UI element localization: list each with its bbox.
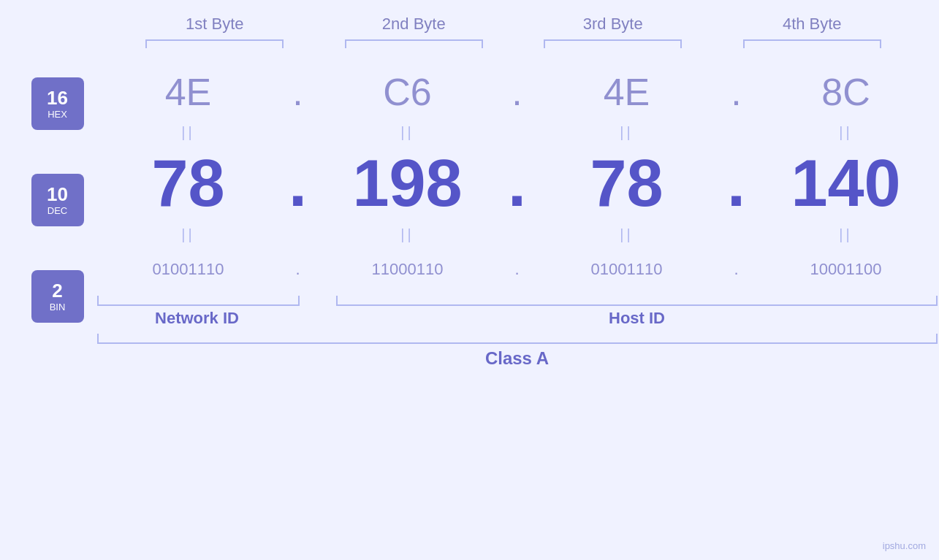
top-bracket-1 — [134, 39, 297, 48]
class-bracket — [97, 334, 938, 344]
top-bracket-4 — [731, 39, 894, 48]
bin-row: 01001110 . 11000110 . 01001110 . 1000110… — [97, 245, 938, 293]
dec-badge-label: DEC — [47, 205, 67, 216]
label-spacer — [297, 309, 334, 328]
byte4-header: 4th Byte — [731, 15, 894, 39]
bin-badge-number: 2 — [52, 280, 62, 302]
bottom-brackets-section: Network ID Host ID — [97, 296, 938, 328]
bracket-spacer-1 — [300, 296, 336, 306]
label-row: Network ID Host ID — [97, 309, 938, 328]
host-id-bracket — [336, 296, 938, 306]
class-section: Class A — [97, 334, 938, 369]
dec-byte3: 78 — [536, 150, 718, 216]
bin-dot3: . — [718, 260, 755, 279]
top-brackets — [134, 39, 894, 48]
main-container: 1st Byte 2nd Byte 3rd Byte 4th Byte 16 — [0, 0, 939, 560]
eq1-b3: || — [536, 124, 718, 141]
bin-byte2: 11000110 — [316, 260, 499, 279]
hex-dot1: . — [280, 70, 316, 114]
bin-badge: 2 BIN — [31, 270, 84, 323]
eq2-b3: || — [536, 226, 718, 243]
top-bracket-3 — [532, 39, 695, 48]
hex-badge-number: 16 — [47, 88, 68, 109]
hex-byte1: 4E — [97, 70, 280, 114]
hex-badge: 16 HEX — [31, 77, 84, 130]
hex-byte4: 8C — [755, 70, 938, 114]
top-bracket-2 — [332, 39, 495, 48]
byte1-header: 1st Byte — [134, 15, 297, 39]
hex-dot3: . — [718, 70, 755, 114]
dec-byte2: 198 — [316, 150, 499, 216]
bin-dot2: . — [499, 260, 536, 279]
byte-headers: 1st Byte 2nd Byte 3rd Byte 4th Byte — [134, 15, 894, 39]
byte2-header: 2nd Byte — [332, 15, 495, 39]
eq2-b1: || — [97, 226, 280, 243]
hex-row: 4E . C6 . 4E . 8C — [97, 63, 938, 121]
hex-byte2: C6 — [316, 70, 499, 114]
dec-dot1: . — [280, 146, 316, 221]
dec-dot2: . — [499, 146, 536, 221]
watermark: ipshu.com — [883, 540, 926, 551]
hex-badge-label: HEX — [47, 109, 67, 120]
data-section: 4E . C6 . 4E . 8C || || || || 78 — [97, 63, 938, 369]
hex-byte3: 4E — [536, 70, 718, 114]
dec-badge-number: 10 — [47, 184, 68, 205]
host-id-label: Host ID — [337, 309, 938, 328]
network-id-bracket — [97, 296, 300, 306]
bin-dot1: . — [280, 260, 316, 279]
equals-row-2: || || || || — [97, 223, 938, 245]
eq2-b4: || — [755, 226, 938, 243]
eq1-b2: || — [316, 124, 499, 141]
eq1-b1: || — [97, 124, 280, 141]
equals-row-1: || || || || — [97, 121, 938, 143]
dec-row: 78 . 198 . 78 . 140 — [97, 143, 938, 223]
eq1-b4: || — [755, 124, 938, 141]
eq2-b2: || — [316, 226, 499, 243]
bin-byte1: 01001110 — [97, 260, 280, 279]
dec-byte1: 78 — [97, 150, 280, 216]
network-id-label: Network ID — [97, 309, 297, 328]
byte3-header: 3rd Byte — [532, 15, 695, 39]
bottom-brackets-row — [97, 296, 938, 306]
dec-badge: 10 DEC — [31, 174, 84, 226]
bin-badge-label: BIN — [50, 302, 66, 312]
hex-dot2: . — [499, 70, 536, 114]
main-grid: 16 HEX 10 DEC 2 BIN 4E . C6 . 4E . 8C — [2, 63, 938, 560]
dec-dot3: . — [718, 146, 755, 221]
class-label: Class A — [97, 348, 938, 369]
bin-byte3: 01001110 — [536, 260, 718, 279]
bin-byte4: 10001100 — [755, 260, 938, 279]
badges-column: 16 HEX 10 DEC 2 BIN — [2, 63, 97, 323]
dec-byte4: 140 — [755, 150, 938, 216]
